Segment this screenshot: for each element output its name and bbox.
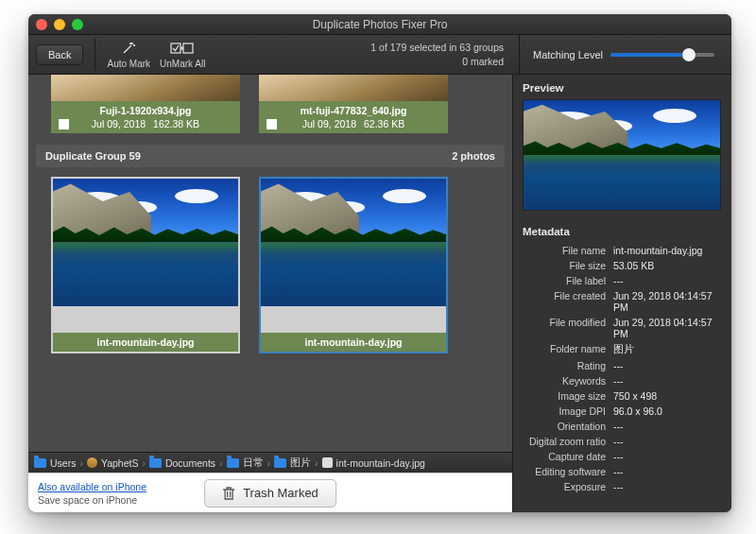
metadata-row: Capture date--- xyxy=(523,449,722,464)
back-button[interactable]: Back xyxy=(36,44,83,65)
path-seg[interactable]: 日常 xyxy=(243,456,264,470)
metadata-value: 96.0 x 96.0 xyxy=(613,405,722,417)
photo-filename: int-mountain-day.jpg xyxy=(261,333,446,352)
metadata-list: File nameint-mountain-day.jpgFile size53… xyxy=(523,243,722,494)
svg-rect-0 xyxy=(171,43,180,53)
results-grid[interactable]: Fuji-1-1920x934.jpg Jul 09, 2018 162.38 … xyxy=(28,75,512,452)
metadata-row: Keywords--- xyxy=(523,373,722,388)
path-bar[interactable]: Users› YaphetS› Documents› 日常› 图片› int-m… xyxy=(28,452,512,473)
metadata-value: --- xyxy=(613,360,722,371)
toolbar: Back Auto Mark UnMark All 1 of 179 selec… xyxy=(28,35,731,75)
wand-icon xyxy=(121,40,136,57)
path-seg[interactable]: int-mountain-day.jpg xyxy=(336,457,425,469)
photo-date: Jul 09, 2018 xyxy=(302,118,356,129)
metadata-value: --- xyxy=(613,436,722,447)
content-body: Fuji-1-1920x934.jpg Jul 09, 2018 162.38 … xyxy=(28,75,731,512)
metadata-value: Jun 29, 2018 04:14:57 PM xyxy=(613,317,722,339)
preview-image xyxy=(523,99,721,211)
metadata-row: File createdJun 29, 2018 04:14:57 PM xyxy=(523,288,722,315)
chevron-right-icon: › xyxy=(142,457,146,469)
status-line-1: 1 of 179 selected in 63 groups xyxy=(370,41,504,54)
thumb-gutter xyxy=(261,306,446,333)
metadata-key: Image DPI xyxy=(523,405,613,417)
metadata-panel: Metadata File nameint-mountain-day.jpgFi… xyxy=(513,218,731,502)
matching-level-slider[interactable] xyxy=(610,53,714,57)
current-group-row: int-mountain-day.jpg int-mountain-day.jp… xyxy=(28,173,512,353)
metadata-row: Image DPI96.0 x 96.0 xyxy=(523,404,722,419)
metadata-value: 53.05 KB xyxy=(613,260,722,271)
metadata-key: File modified xyxy=(523,317,613,339)
results-pane: Fuji-1-1920x934.jpg Jul 09, 2018 162.38 … xyxy=(28,75,512,512)
separator xyxy=(94,39,95,71)
promo-link[interactable]: Also available on iPhone xyxy=(38,481,146,492)
unmark-all-button[interactable]: UnMark All xyxy=(160,40,205,69)
metadata-row: Orientation--- xyxy=(523,419,722,434)
group-header[interactable]: Duplicate Group 59 2 photos xyxy=(36,145,505,167)
metadata-row: Digital zoom ratio--- xyxy=(523,434,722,449)
photo-card[interactable]: Fuji-1-1920x934.jpg Jul 09, 2018 162.38 … xyxy=(51,75,240,133)
metadata-key: Digital zoom ratio xyxy=(523,436,613,447)
photo-thumb xyxy=(259,75,448,101)
metadata-key: File created xyxy=(523,290,613,313)
auto-mark-button[interactable]: Auto Mark xyxy=(107,40,150,69)
photo-size: 62.36 KB xyxy=(364,118,404,129)
path-seg[interactable]: YaphetS xyxy=(101,457,139,469)
auto-mark-label: Auto Mark xyxy=(107,59,150,69)
photo-size: 162.38 KB xyxy=(153,118,199,129)
metadata-row: Exposure--- xyxy=(523,479,722,494)
matching-level-label: Matching Level xyxy=(533,49,603,60)
metadata-row: File size53.05 KB xyxy=(523,258,722,273)
slider-thumb[interactable] xyxy=(682,48,696,61)
home-icon xyxy=(87,457,97,468)
chevron-right-icon: › xyxy=(219,457,223,469)
metadata-key: Exposure xyxy=(523,481,613,492)
photo-date: Jul 09, 2018 xyxy=(92,118,146,129)
preview-heading: Preview xyxy=(523,82,722,94)
folder-icon xyxy=(34,458,46,468)
prev-group-row: Fuji-1-1920x934.jpg Jul 09, 2018 162.38 … xyxy=(28,75,512,139)
footer-bar: Also available on iPhone Save space on i… xyxy=(28,473,512,512)
folder-icon xyxy=(149,458,162,468)
folder-icon xyxy=(274,458,286,468)
inspector-pane: Preview Metadata File nameint-mountain-d… xyxy=(512,75,731,512)
mark-checkbox[interactable] xyxy=(266,119,277,129)
photo-filename: int-mountain-day.jpg xyxy=(53,333,238,352)
path-seg[interactable]: Documents xyxy=(165,457,215,469)
chevron-right-icon: › xyxy=(79,457,83,469)
metadata-heading: Metadata xyxy=(523,226,722,237)
promo-block: Also available on iPhone Save space on i… xyxy=(38,481,146,506)
metadata-row: Folder name图片 xyxy=(523,341,722,358)
chevron-right-icon: › xyxy=(315,457,318,469)
group-count: 2 photos xyxy=(452,150,495,162)
photo-filename: Fuji-1-1920x934.jpg xyxy=(100,105,192,116)
metadata-key: File label xyxy=(523,275,613,286)
titlebar: Duplicate Photos Fixer Pro xyxy=(28,14,731,35)
metadata-value: int-mountain-day.jpg xyxy=(613,245,722,256)
metadata-key: File size xyxy=(523,260,613,271)
metadata-key: Folder name xyxy=(523,343,613,356)
metadata-row: Editing software--- xyxy=(523,464,722,479)
file-icon xyxy=(322,457,333,468)
window-title: Duplicate Photos Fixer Pro xyxy=(28,18,731,31)
path-seg[interactable]: 图片 xyxy=(290,456,311,470)
photo-card[interactable]: mt-fuji-477832_640.jpg Jul 09, 2018 62.3… xyxy=(259,75,448,133)
metadata-key: Image size xyxy=(523,390,613,402)
app-window: Duplicate Photos Fixer Pro Back Auto Mar… xyxy=(28,14,731,512)
preview-panel: Preview xyxy=(513,75,731,218)
chevron-right-icon: › xyxy=(267,457,271,469)
photo-card-selected[interactable]: int-mountain-day.jpg xyxy=(259,177,448,353)
trash-label: Trash Marked xyxy=(243,486,318,500)
matching-level-control: Matching Level xyxy=(519,35,724,74)
photo-caption: mt-fuji-477832_640.jpg Jul 09, 2018 62.3… xyxy=(259,101,448,133)
path-seg[interactable]: Users xyxy=(50,457,76,469)
trash-marked-button[interactable]: Trash Marked xyxy=(204,479,336,508)
mark-checkbox[interactable] xyxy=(59,119,69,129)
photo-card[interactable]: int-mountain-day.jpg xyxy=(51,177,240,353)
metadata-value: --- xyxy=(613,481,722,492)
folder-icon xyxy=(227,458,239,468)
photo-thumb xyxy=(261,179,446,306)
metadata-value: Jun 29, 2018 04:14:57 PM xyxy=(613,290,722,313)
status-line-2: 0 marked xyxy=(370,55,504,68)
metadata-value: --- xyxy=(613,466,722,477)
metadata-row: File modifiedJun 29, 2018 04:14:57 PM xyxy=(523,315,722,341)
